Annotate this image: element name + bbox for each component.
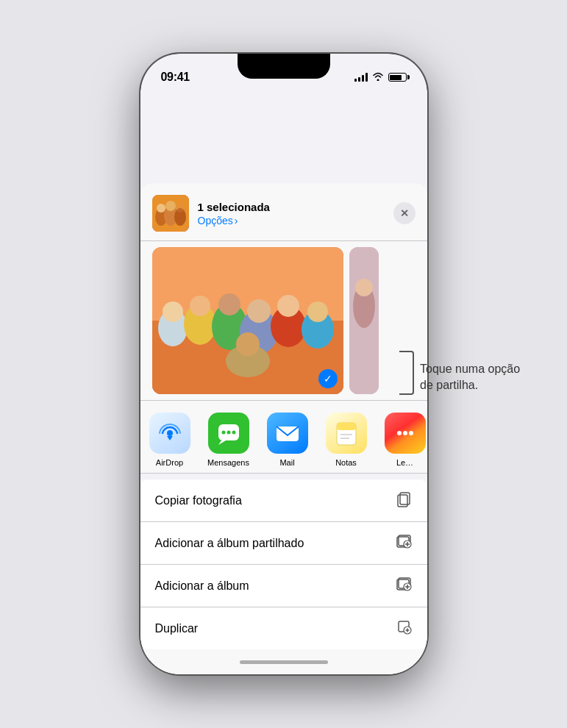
- add-shared-album-label: Adicionar a álbum partilhado: [155, 537, 304, 550]
- airdrop-app-label: AirDrop: [156, 458, 183, 467]
- wifi-icon: [372, 72, 384, 83]
- svg-marker-28: [218, 440, 226, 445]
- action-copy-photo[interactable]: Copiar fotografia: [140, 479, 427, 522]
- svg-point-37: [397, 431, 402, 435]
- more-app-icon: [385, 413, 426, 454]
- svg-point-14: [218, 293, 240, 315]
- home-bar: [240, 660, 328, 664]
- selected-count: 1 selecionada: [198, 201, 270, 213]
- photo-thumbnail: [152, 195, 189, 232]
- duplicate-icon: [395, 618, 413, 639]
- share-header-left: 1 selecionada Opções ›: [152, 195, 270, 232]
- options-link[interactable]: Opções ›: [198, 215, 270, 226]
- photo-strip: ✓: [140, 241, 427, 401]
- svg-point-18: [277, 295, 299, 317]
- action-add-album[interactable]: Adicionar a álbum: [140, 565, 427, 607]
- notes-app-icon: [326, 413, 367, 454]
- photo-preview-main: ✓: [152, 247, 343, 394]
- add-shared-album-icon: [395, 532, 413, 554]
- phone-screen: 09:41: [140, 54, 427, 674]
- svg-point-6: [176, 204, 185, 213]
- messages-app-icon: [208, 413, 249, 454]
- airdrop-app-icon: [149, 413, 190, 454]
- phone-frame: 09:41: [140, 54, 427, 674]
- action-add-shared-album[interactable]: Adicionar a álbum partilhado: [140, 522, 427, 565]
- svg-point-26: [167, 430, 173, 436]
- svg-point-16: [247, 299, 271, 323]
- copy-photo-icon: [395, 490, 413, 511]
- share-app-airdrop[interactable]: AirDrop: [140, 413, 199, 467]
- svg-point-5: [165, 201, 176, 211]
- share-app-notes[interactable]: Notas: [317, 413, 376, 467]
- svg-point-39: [409, 431, 413, 435]
- annotation: Toque numa opção de partilha.: [399, 351, 523, 395]
- svg-point-22: [236, 332, 260, 356]
- mail-app-icon: [267, 413, 308, 454]
- svg-point-25: [355, 279, 373, 296]
- notes-app-label: Notas: [335, 458, 357, 467]
- svg-point-4: [157, 204, 165, 213]
- status-icons: [354, 72, 407, 83]
- svg-point-38: [403, 431, 407, 435]
- svg-rect-34: [337, 423, 356, 430]
- annotation-text: Toque numa opção de partilha.: [420, 351, 523, 394]
- action-duplicate[interactable]: Duplicar: [140, 607, 427, 649]
- close-button[interactable]: ✕: [393, 202, 416, 224]
- annotation-bracket: [399, 351, 414, 395]
- notch: [238, 54, 330, 79]
- more-app-label: Le…: [396, 458, 413, 467]
- share-app-mail[interactable]: Mail: [258, 413, 317, 467]
- share-header: 1 selecionada Opções › ✕: [140, 183, 427, 241]
- svg-point-29: [221, 431, 225, 435]
- home-indicator: [140, 649, 427, 674]
- action-list: Copiar fotografia Adicionar a álbum part…: [140, 479, 427, 649]
- selection-checkmark: ✓: [318, 369, 338, 388]
- svg-point-30: [227, 431, 230, 435]
- app-share-row: AirDrop: [140, 401, 427, 474]
- photo-preview-partial: [349, 247, 379, 394]
- svg-point-10: [163, 301, 183, 322]
- share-header-info: 1 selecionada Opções ›: [198, 201, 270, 226]
- share-app-more[interactable]: Le…: [376, 413, 427, 467]
- share-app-messages[interactable]: Mensagens: [199, 413, 258, 467]
- photos-background: 1 selecionada Opções › ✕: [140, 90, 427, 674]
- signal-icon: [354, 73, 368, 82]
- mail-app-label: Mail: [279, 458, 294, 467]
- share-sheet: 1 selecionada Opções › ✕: [140, 183, 427, 674]
- svg-point-20: [307, 301, 328, 322]
- status-time: 09:41: [161, 71, 190, 84]
- messages-app-label: Mensagens: [207, 458, 249, 467]
- add-album-icon: [395, 575, 413, 596]
- copy-photo-label: Copiar fotografia: [155, 494, 242, 507]
- svg-point-12: [190, 296, 210, 316]
- add-album-label: Adicionar a álbum: [155, 579, 249, 593]
- battery-icon: [388, 73, 407, 82]
- duplicate-label: Duplicar: [155, 622, 199, 635]
- svg-point-31: [232, 431, 235, 435]
